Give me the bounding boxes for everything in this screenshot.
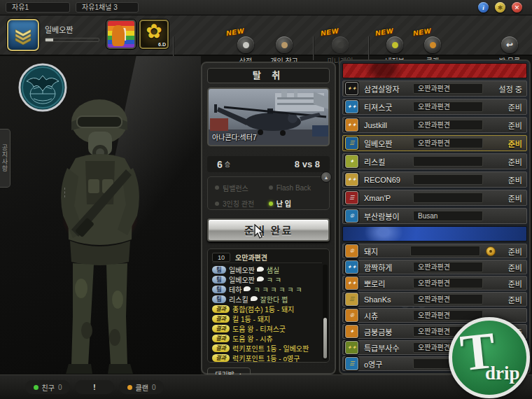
- player-row[interactable]: ☰ Xman'P 준비: [342, 190, 527, 206]
- win-rounds-unit: 승: [225, 160, 230, 169]
- clan-count: 0: [152, 384, 156, 391]
- chat-result-message: 결과킬 1등 - 돼지: [212, 314, 322, 323]
- player-row[interactable]: ✦✦ 뽀로리 오짠과편견 준비: [342, 276, 527, 290]
- cursor-trail: [64, 188, 65, 197]
- player-row[interactable]: ✦✦ Justkill 오짠과편견 준비: [342, 117, 527, 133]
- channel-tab-server[interactable]: 자유1: [6, 2, 70, 13]
- item-slot-rainbow-icon[interactable]: [106, 20, 136, 49]
- option-join-in-progress: 난 입: [269, 198, 328, 210]
- player-clan: 오짠과편견: [413, 310, 483, 321]
- blue-team-emblem-icon: [364, 226, 403, 241]
- chat-scrollbar[interactable]: [323, 265, 328, 360]
- friends-button[interactable]: 친구 0: [25, 380, 70, 394]
- player-status: 준비: [489, 278, 522, 289]
- chat-result-message: 결과럭키포인트 1등 - o영구: [212, 353, 322, 363]
- player-status: 준비: [489, 174, 522, 186]
- bottom-status-bar: 친구 0 ! 클랜 0: [0, 374, 532, 399]
- toolbar-divider: [313, 36, 314, 60]
- rank-icon: ☰: [345, 136, 358, 150]
- player-name: 티져스굿: [364, 102, 413, 113]
- player-name: 삼겹살왕자: [364, 83, 413, 94]
- room-number: 10: [212, 253, 230, 262]
- player-row[interactable]: ✦✦ 삼겹살왕자 오짠과편견 설정 중: [342, 80, 527, 97]
- rank-icon: ❊: [345, 309, 358, 322]
- rank-icon: ✦✦: [345, 82, 358, 95]
- rank-icon: ✦✦: [345, 118, 358, 132]
- red-team-emblem-icon: [364, 63, 403, 78]
- option-third-person: 3인칭 관전: [215, 198, 269, 210]
- player-clan: 오짠과편견: [413, 83, 483, 94]
- player-name: 일베오짠: [364, 138, 413, 149]
- player-clan: 오짠과편견: [413, 294, 483, 304]
- player-clan: [413, 156, 483, 167]
- option-dot-icon: [269, 202, 273, 206]
- character-model: [27, 85, 177, 374]
- shop-icon: [237, 36, 254, 53]
- room-title: 오만과편견: [235, 252, 267, 262]
- info-icon[interactable]: i: [478, 2, 489, 13]
- player-name: 시츄: [364, 310, 413, 321]
- option-flashback: Flash Back: [269, 182, 328, 194]
- player-status: 준비: [489, 156, 522, 167]
- player-status: 준비: [489, 120, 522, 131]
- chat-panel[interactable]: 10 오만과편견 팀일베오짠샘실 팀일베오짠ㅋ ㅋ 팀테하ㅋ ㅋ ㅋ ㅋ ㅋ ㅋ…: [207, 248, 330, 363]
- player-status: 준비: [489, 294, 522, 305]
- speech-bubble-icon: [251, 296, 258, 301]
- player-clan: Busan: [413, 211, 483, 221]
- scrollbar-thumb[interactable]: [323, 318, 327, 358]
- player-status: 설정 중: [489, 83, 522, 94]
- player-row[interactable]: ✦ 리스킬 준비: [342, 153, 527, 169]
- speech-bubble-icon: [257, 276, 264, 281]
- rank-icon: ✦✦: [345, 260, 358, 274]
- map-preview[interactable]: 아나콘다:섹터7: [207, 88, 330, 146]
- notice-side-tab[interactable]: 공지사항: [0, 129, 10, 188]
- profile-nickname: 일베오짠: [45, 24, 73, 35]
- game-lobby-window: 자유1 자유1채널 3 i ✱ ✕ 일베오짠 ✿ 6.D NEW 상점: [0, 0, 532, 399]
- player-clan: [410, 246, 480, 256]
- player-row[interactable]: ✦✦ RECON69 준비: [342, 172, 527, 188]
- player-clan: [413, 174, 483, 185]
- player-status: 준비: [489, 192, 522, 204]
- ready-button[interactable]: 준비 완료: [207, 218, 330, 241]
- player-row[interactable]: ✦✦ 깜짝하게 오짠과편견 준비: [342, 260, 527, 274]
- blue-team-banner: [342, 226, 527, 241]
- option-dot-icon: [215, 186, 219, 190]
- rank-icon: ❊: [345, 209, 358, 223]
- new-badge: NEW: [225, 27, 245, 37]
- rank-icon: ☰: [345, 293, 358, 306]
- rank-icon: ✦✦: [345, 341, 358, 354]
- player-row[interactable]: ☰ ShanKs 오짠과편견 준비: [342, 292, 527, 307]
- channel-tab-channel[interactable]: 자유1채널 3: [76, 2, 139, 13]
- chat-header: 10 오만과편견: [212, 251, 322, 263]
- alert-button[interactable]: !: [75, 380, 114, 394]
- chat-result-message: 결과종합(점수) 1등 - 돼지: [212, 304, 322, 314]
- close-icon[interactable]: ✕: [512, 2, 522, 13]
- player-clan: 오짠과편견: [413, 278, 483, 288]
- player-row-self[interactable]: ☰ 일베오짠 오짠과편견 준비: [342, 135, 527, 151]
- main-toolbar: 일베오짠 ✿ 6.D NEW 상점 개인 창고 NEW 미니게임 NEW 내정보: [0, 15, 532, 56]
- player-status: 준비: [489, 262, 522, 273]
- rank-icon: ✦✦: [345, 100, 358, 113]
- myinfo-icon: [386, 36, 403, 53]
- round-score-box: 6 승 8 vs 8: [207, 156, 330, 172]
- option-team-balance: 팀밸런스: [215, 182, 269, 194]
- player-clan: 오짠과편견: [413, 138, 483, 148]
- speech-bubble-icon: [257, 267, 264, 272]
- speech-bubble-icon: [244, 286, 251, 291]
- minigame-icon: [332, 36, 349, 53]
- chat-message: 팀일베오짠ㅋ ㅋ: [212, 274, 322, 284]
- player-row[interactable]: ✦✦ 티져스굿 오짠과편견 준비: [342, 99, 527, 115]
- item-slot-clover-icon[interactable]: ✿ 6.D: [139, 20, 169, 49]
- player-row[interactable]: ❊ 돼지 준비: [342, 244, 527, 258]
- win-rounds-value: 6: [217, 159, 223, 170]
- rank-icon: ✦: [345, 155, 358, 168]
- settings-gear-icon[interactable]: ✱: [495, 2, 505, 13]
- chat-result-message: 결과도움 왕 - 티져스굿: [212, 323, 322, 333]
- player-rank-badge-icon: [7, 19, 39, 51]
- clan-icon: [424, 36, 441, 53]
- notice-label: 공지사항: [1, 144, 10, 172]
- player-row[interactable]: ❊ 부산람봉이 Busan: [342, 208, 527, 224]
- options-collapse-button[interactable]: ▲: [321, 172, 332, 183]
- clan-members-button[interactable]: 클랜 0: [119, 380, 164, 394]
- clover-duration-label: 6.D: [158, 42, 166, 47]
